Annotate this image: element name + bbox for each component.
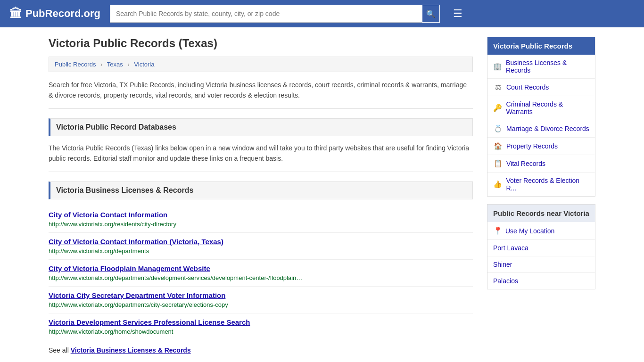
sidebar-item-icon: 👍 xyxy=(493,180,502,189)
search-input[interactable] xyxy=(110,5,422,23)
sidebar-item-icon: 📋 xyxy=(493,159,503,168)
sidebar-item-icon: ⚖ xyxy=(493,83,503,91)
sidebar-item-link[interactable]: Vital Records xyxy=(506,160,545,167)
record-entry: Victoria City Secretary Department Voter… xyxy=(49,287,473,313)
sidebar-item-link[interactable]: Property Records xyxy=(506,142,558,150)
record-link[interactable]: City of Victoria Contact Information (Vi… xyxy=(49,238,473,246)
record-entry: City of Victoria Floodplain Management W… xyxy=(49,260,473,287)
use-location-button[interactable]: 📍 Use My Location xyxy=(487,222,595,240)
see-all-link[interactable]: Victoria Business Licenses & Records xyxy=(71,346,191,354)
sidebar-item-icon: 💍 xyxy=(493,124,503,133)
breadcrumb: Public Records › Texas › Victoria xyxy=(49,57,473,72)
logo-icon: 🏛 xyxy=(9,7,22,21)
record-entry: Victoria Development Services Profession… xyxy=(49,313,473,340)
record-link[interactable]: City of Victoria Contact Information xyxy=(49,211,473,219)
sidebar-item-link[interactable]: Voter Records & Election R... xyxy=(506,177,589,192)
record-url: http://www.victoriatx.org/departments/de… xyxy=(49,274,302,281)
record-url: http://www.victoriatx.org/home/showdocum… xyxy=(49,328,173,335)
sidebar: Victoria Public Records 🏢 Business Licen… xyxy=(487,37,595,354)
sidebar-item-icon: 🔑 xyxy=(493,104,503,112)
victoria-records-box: Victoria Public Records 🏢 Business Licen… xyxy=(487,37,595,197)
breadcrumb-sep-1: › xyxy=(100,61,102,68)
record-list: City of Victoria Contact Information htt… xyxy=(49,206,473,340)
breadcrumb-texas[interactable]: Texas xyxy=(107,61,123,68)
location-icon: 📍 xyxy=(493,226,503,235)
databases-description: The Victoria Public Records (Texas) link… xyxy=(49,143,473,172)
content-area: Victoria Public Records (Texas) Public R… xyxy=(49,37,473,354)
sidebar-record-item[interactable]: 👍 Voter Records & Election R... xyxy=(487,173,595,196)
see-all-prefix: See all xyxy=(49,346,71,354)
main-container: Victoria Public Records (Texas) Public R… xyxy=(39,27,605,362)
record-link[interactable]: City of Victoria Floodplain Management W… xyxy=(49,264,473,272)
nearby-city-item[interactable]: Port Lavaca xyxy=(487,240,595,256)
page-title: Victoria Public Records (Texas) xyxy=(49,37,473,50)
menu-button[interactable]: ☰ xyxy=(453,8,462,20)
sidebar-item-link[interactable]: Court Records xyxy=(506,83,549,91)
use-location-label: Use My Location xyxy=(505,227,554,235)
sidebar-record-item[interactable]: ⚖ Court Records xyxy=(487,79,595,96)
sidebar-item-icon: 🏠 xyxy=(493,142,503,150)
sidebar-item-link[interactable]: Criminal Records & Warrants xyxy=(506,100,589,115)
breadcrumb-sep-2: › xyxy=(127,61,129,68)
sidebar-item-link[interactable]: Business Licenses & Records xyxy=(506,59,589,74)
sidebar-items: 🏢 Business Licenses & Records ⚖ Court Re… xyxy=(487,55,595,196)
search-bar-container: 🔍 xyxy=(110,5,440,23)
sidebar-record-item[interactable]: 🏠 Property Records xyxy=(487,138,595,155)
page-description: Search for free Victoria, TX Public Reco… xyxy=(49,80,473,109)
sidebar-record-item[interactable]: 📋 Vital Records xyxy=(487,155,595,173)
breadcrumb-victoria[interactable]: Victoria xyxy=(134,61,154,68)
nearby-city-item[interactable]: Palacios xyxy=(487,273,595,289)
logo-area[interactable]: 🏛 PubRecord.org xyxy=(9,7,100,21)
sidebar-record-item[interactable]: 🔑 Criminal Records & Warrants xyxy=(487,96,595,120)
record-url: http://www.victoriatx.org/departments/ci… xyxy=(49,301,228,308)
breadcrumb-public-records[interactable]: Public Records xyxy=(55,61,96,68)
header: 🏛 PubRecord.org 🔍 ☰ xyxy=(0,0,644,27)
databases-section-header: Victoria Public Record Databases xyxy=(49,118,473,136)
sidebar-record-item[interactable]: 💍 Marriage & Divorce Records xyxy=(487,120,595,138)
sidebar-item-icon: 🏢 xyxy=(493,62,502,71)
see-all-line: See all Victoria Business Licenses & Rec… xyxy=(49,346,473,354)
record-entry: City of Victoria Contact Information (Vi… xyxy=(49,233,473,260)
record-url: http://www.victoriatx.org/departments xyxy=(49,247,149,255)
search-button[interactable]: 🔍 xyxy=(422,5,440,23)
sidebar-record-item[interactable]: 🏢 Business Licenses & Records xyxy=(487,55,595,79)
victoria-box-title: Victoria Public Records xyxy=(487,37,595,55)
record-url: http://www.victoriatx.org/residents/city… xyxy=(49,221,176,228)
record-entry: City of Victoria Contact Information htt… xyxy=(49,206,473,233)
nearby-city-item[interactable]: Shiner xyxy=(487,256,595,273)
business-section-header: Victoria Business Licenses & Records xyxy=(49,181,473,199)
nearby-box: Public Records near Victoria 📍 Use My Lo… xyxy=(487,204,595,289)
search-icon: 🔍 xyxy=(426,9,436,18)
record-link[interactable]: Victoria City Secretary Department Voter… xyxy=(49,291,473,299)
menu-icon: ☰ xyxy=(453,8,462,19)
nearby-box-title: Public Records near Victoria xyxy=(487,205,595,222)
logo-text: PubRecord.org xyxy=(25,8,100,20)
sidebar-item-link[interactable]: Marriage & Divorce Records xyxy=(506,125,589,132)
record-link[interactable]: Victoria Development Services Profession… xyxy=(49,318,473,326)
nearby-cities: Port LavacaShinerPalacios xyxy=(487,240,595,289)
